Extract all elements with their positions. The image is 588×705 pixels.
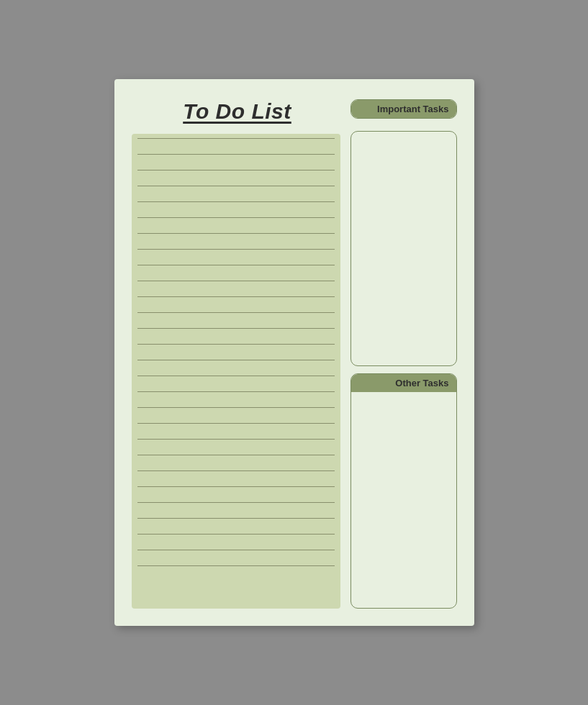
- ruled-line: [137, 407, 335, 408]
- ruled-line: [137, 249, 335, 250]
- ruled-line: [137, 328, 335, 329]
- ruled-line: [137, 186, 335, 186]
- ruled-line: [137, 170, 335, 170]
- ruled-line: [137, 312, 335, 313]
- ruled-line: [137, 391, 335, 392]
- important-tasks-label: Important Tasks: [351, 100, 456, 118]
- ruled-line: [137, 565, 335, 566]
- ruled-line: [137, 423, 335, 424]
- right-column: Other Tasks: [350, 131, 457, 609]
- ruled-line: [137, 281, 335, 281]
- ruled-line: [137, 217, 335, 218]
- ruled-line: [137, 154, 335, 155]
- important-tasks-panel: Important Tasks: [350, 99, 457, 119]
- lined-area: [132, 131, 340, 609]
- page-title: To Do List: [183, 99, 291, 124]
- ruled-line: [137, 470, 335, 471]
- ruled-line: [137, 344, 335, 345]
- important-tasks-main-panel: [350, 131, 457, 366]
- ruled-line: [137, 518, 335, 519]
- title-area: To Do List: [132, 99, 350, 124]
- ruled-line: [137, 265, 335, 265]
- ruled-line: [137, 486, 335, 487]
- ruled-line: [137, 201, 335, 202]
- ruled-line: [137, 360, 335, 360]
- ruled-line: [137, 550, 335, 550]
- ruled-line: [137, 296, 335, 297]
- ruled-line: [137, 439, 335, 440]
- ruled-line: [137, 502, 335, 503]
- lined-box: [132, 134, 340, 609]
- ruled-line: [137, 455, 335, 455]
- other-tasks-panel: Other Tasks: [350, 373, 457, 609]
- ruled-line: [137, 534, 335, 535]
- ruled-line: [137, 376, 335, 376]
- ruled-line: [137, 138, 335, 139]
- ruled-line: [137, 233, 335, 234]
- todo-page: To Do List Important Tasks Other Tasks: [114, 79, 474, 626]
- other-tasks-label: Other Tasks: [351, 374, 456, 392]
- main-content: Other Tasks: [132, 131, 457, 609]
